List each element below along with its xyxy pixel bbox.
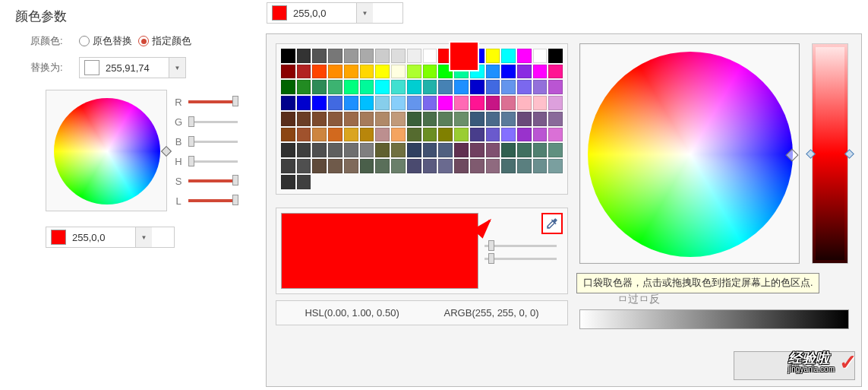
color-swatch[interactable] <box>297 159 311 173</box>
color-swatch[interactable] <box>407 49 421 63</box>
color-swatch[interactable] <box>328 96 342 110</box>
color-wheel-large[interactable] <box>579 43 800 264</box>
color-swatch[interactable] <box>486 80 500 94</box>
color-swatch[interactable] <box>517 128 532 142</box>
color-swatch[interactable] <box>281 49 295 63</box>
color-swatch[interactable] <box>281 159 295 173</box>
color-swatch[interactable] <box>328 80 342 94</box>
color-swatch[interactable] <box>548 96 563 110</box>
color-swatch[interactable] <box>470 80 485 94</box>
color-swatch[interactable] <box>423 128 437 142</box>
slider-thumb-icon[interactable] <box>488 240 494 251</box>
alpha-slider[interactable] <box>579 309 849 329</box>
color-swatch[interactable] <box>548 49 563 63</box>
color-swatch[interactable] <box>312 96 327 110</box>
color-swatch[interactable] <box>281 80 295 94</box>
color-swatch[interactable] <box>486 112 500 126</box>
color-swatch[interactable] <box>375 65 390 79</box>
color-swatch[interactable] <box>548 159 563 173</box>
color-swatch[interactable] <box>312 128 327 142</box>
color-swatch[interactable] <box>423 159 437 173</box>
color-swatch[interactable] <box>423 80 437 94</box>
color-swatch[interactable] <box>423 112 437 126</box>
color-swatch[interactable] <box>486 143 500 157</box>
color-swatch[interactable] <box>328 143 342 157</box>
color-swatch[interactable] <box>486 96 500 110</box>
color-swatch[interactable] <box>501 143 516 157</box>
wheel-handle-icon[interactable] <box>161 146 172 157</box>
color-swatch[interactable] <box>407 112 421 126</box>
dropdown-icon[interactable]: ▼ <box>356 3 373 23</box>
color-swatch[interactable] <box>533 80 548 94</box>
slider-h[interactable] <box>188 160 238 163</box>
dropdown-icon[interactable]: ▼ <box>169 58 185 78</box>
color-swatch[interactable] <box>533 159 548 173</box>
color-swatch[interactable] <box>328 112 342 126</box>
replace-color-input[interactable]: 255,91,74 ▼ <box>79 57 186 78</box>
color-wheel-small[interactable] <box>46 90 167 211</box>
color-swatch[interactable] <box>360 143 374 157</box>
color-swatch[interactable] <box>423 96 437 110</box>
color-swatch[interactable] <box>501 49 516 63</box>
color-swatch[interactable] <box>281 96 295 110</box>
color-swatch[interactable] <box>312 49 327 63</box>
color-swatch[interactable] <box>312 65 327 79</box>
color-swatch[interactable] <box>517 159 532 173</box>
color-swatch[interactable] <box>470 96 485 110</box>
color-swatch[interactable] <box>344 159 358 173</box>
color-swatch[interactable] <box>375 112 390 126</box>
color-swatch[interactable] <box>344 112 358 126</box>
color-swatch[interactable] <box>533 112 548 126</box>
color-swatch[interactable] <box>297 80 311 94</box>
color-swatch[interactable] <box>486 159 500 173</box>
radio-original-replace[interactable]: 原色替换 <box>79 34 132 48</box>
color-swatch[interactable] <box>312 112 327 126</box>
color-swatch[interactable] <box>548 80 563 94</box>
color-swatch[interactable] <box>391 159 406 173</box>
color-swatch[interactable] <box>360 159 374 173</box>
color-swatch[interactable] <box>281 65 295 79</box>
color-swatch[interactable] <box>454 159 469 173</box>
color-swatch[interactable] <box>533 96 548 110</box>
color-swatch[interactable] <box>486 49 500 63</box>
radio-specify-color[interactable]: 指定颜色 <box>138 34 191 48</box>
color-swatch[interactable] <box>344 49 358 63</box>
color-swatch[interactable] <box>407 159 421 173</box>
color-swatch[interactable] <box>470 159 485 173</box>
slider-thumb-icon[interactable] <box>232 175 238 185</box>
color-swatch[interactable] <box>501 128 516 142</box>
color-swatch[interactable] <box>297 143 311 157</box>
color-swatch[interactable] <box>328 128 342 142</box>
color-swatch[interactable] <box>344 65 358 79</box>
color-swatch[interactable] <box>438 128 453 142</box>
color-swatch[interactable] <box>517 80 532 94</box>
color-swatch[interactable] <box>407 96 421 110</box>
color-swatch[interactable] <box>517 96 532 110</box>
color-swatch[interactable] <box>281 175 295 189</box>
color-swatch[interactable] <box>328 65 342 79</box>
color-swatch[interactable] <box>281 128 295 142</box>
color-swatch[interactable] <box>548 143 563 157</box>
color-swatch[interactable] <box>548 128 563 142</box>
color-swatch[interactable] <box>391 143 406 157</box>
color-swatch[interactable] <box>486 65 500 79</box>
color-swatch[interactable] <box>312 143 327 157</box>
color-swatch[interactable] <box>360 49 374 63</box>
slider-l[interactable] <box>188 199 238 202</box>
color-swatch[interactable] <box>297 96 311 110</box>
color-swatch[interactable] <box>360 80 374 94</box>
slider-thumb-icon[interactable] <box>188 136 194 147</box>
color-swatch[interactable] <box>391 65 406 79</box>
color-swatch[interactable] <box>407 65 421 79</box>
color-swatch[interactable] <box>360 128 374 142</box>
color-swatch[interactable] <box>533 143 548 157</box>
color-swatch[interactable] <box>454 112 469 126</box>
color-swatch[interactable] <box>297 128 311 142</box>
slider-g[interactable] <box>188 121 238 123</box>
color-swatch[interactable] <box>454 128 469 142</box>
color-swatch[interactable] <box>438 96 453 110</box>
color-swatch[interactable] <box>454 143 469 157</box>
color-swatch[interactable] <box>344 80 358 94</box>
color-swatch[interactable] <box>486 128 500 142</box>
color-swatch[interactable] <box>438 80 453 94</box>
